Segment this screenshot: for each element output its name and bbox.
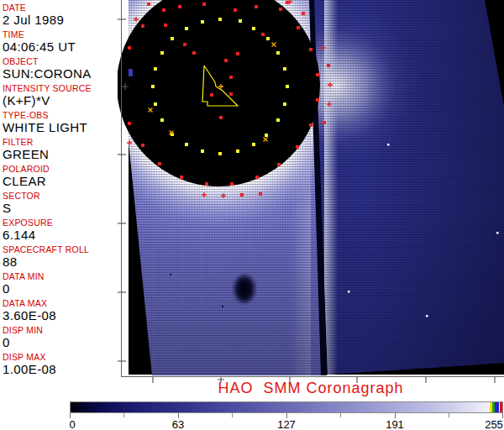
colorbar-label: 0 <box>69 418 75 430</box>
fiducial-red-dot <box>183 43 186 46</box>
meta-value: 88 <box>3 255 126 269</box>
fiducial-yellow-dot <box>286 85 289 88</box>
fiducial-red-dot <box>236 52 239 55</box>
fiducial-red-dot <box>128 122 131 125</box>
fiducial-yellow-dot <box>201 20 204 24</box>
fiducial-yellow-dot <box>160 51 164 55</box>
fiducial-red-dot <box>302 12 305 15</box>
fiducial-red-dot <box>323 121 326 124</box>
meta-item-disp-max: DISP MAX 1.00E-08 <box>3 352 126 379</box>
fiducial-yellow-dot <box>171 37 174 40</box>
fiducial-yellow-dot <box>218 18 222 21</box>
fiducial-yellow-dot <box>239 19 242 23</box>
coronagraph-viewer-window: DATE 2 Jul 1989 TIME 04:06:45 UT OBJECT … <box>0 0 504 430</box>
fiducial-yellow-dot <box>160 118 164 122</box>
fiducial-red-dot <box>234 8 237 12</box>
meta-value: 04:06:45 UT <box>3 40 126 54</box>
fiducial-red-dot <box>309 48 312 51</box>
fiducial-red-dot <box>255 176 259 179</box>
meta-value: GREEN <box>3 148 126 161</box>
fiducial-red-dot <box>178 5 181 8</box>
fiducial-red-dot <box>210 93 213 97</box>
colorbar-tick-minor <box>232 413 233 417</box>
fiducial-yellow-dot <box>185 27 188 30</box>
fiducial-yellow-dot <box>266 37 270 40</box>
meta-item-disp-min: DISP MIN 0 <box>3 325 126 352</box>
fiducial-red-dot <box>309 123 312 127</box>
fiducial-red-dot <box>192 51 196 55</box>
colorbar-tick-minor <box>340 413 341 417</box>
fiducial-red-dot <box>224 59 228 62</box>
star-dot <box>348 291 350 293</box>
meta-item-object: OBJECT SUN:CORONA <box>3 56 126 83</box>
fiducial-red-dot <box>230 182 234 186</box>
meta-value: 2 Jul 1989 <box>3 13 126 27</box>
meta-item-spacecraft-roll: SPACECRAFT ROLL 88 <box>3 244 126 271</box>
meta-label: DATA MIN <box>3 271 126 282</box>
meta-item-data-max: DATA MAX 3.60E-08 <box>3 298 126 325</box>
colorbar-label: 191 <box>386 418 404 430</box>
colorbar <box>70 401 503 413</box>
meta-value: 0 <box>3 336 126 349</box>
fiducial-yellow-dot <box>185 143 188 146</box>
fiducial-red-dot <box>277 163 281 166</box>
dark-speck <box>170 274 171 275</box>
colorbar-tick-minor <box>123 413 124 417</box>
fiducial-red-dot <box>147 3 150 6</box>
meta-value: S <box>3 202 126 215</box>
fiducial-red-dot <box>128 46 131 50</box>
meta-value: 0 <box>3 282 126 296</box>
fiducial-yellow-dot <box>252 27 255 30</box>
colorbar-label: 63 <box>172 418 184 430</box>
fiducial-red-dot <box>164 24 167 27</box>
fiducial-yellow-dot <box>218 152 222 155</box>
meta-item-polaroid: POLAROID CLEAR <box>3 164 126 191</box>
fiducial-yellow-dot <box>252 143 255 146</box>
fiducial-red-dot <box>229 92 233 96</box>
fiducial-red-dot <box>158 162 161 165</box>
film-edge-artifact <box>129 69 133 76</box>
fiducial-yellow-dot <box>154 102 157 106</box>
fiducial-red-dot <box>162 8 165 12</box>
coronagraph-image <box>118 0 504 385</box>
meta-label: SPACECRAFT ROLL <box>3 244 126 255</box>
fiducial-red-dot <box>296 145 299 149</box>
metadata-sidebar: DATE 2 Jul 1989 TIME 04:06:45 UT OBJECT … <box>0 0 126 383</box>
meta-item-time: TIME 04:06:45 UT <box>3 29 126 56</box>
fiducial-red-dot <box>261 33 265 36</box>
meta-label: DISP MIN <box>3 325 126 336</box>
meta-value: CLEAR <box>3 175 126 188</box>
meta-item-date: DATE 2 Jul 1989 <box>3 3 126 29</box>
meta-item-filter: FILTER GREEN <box>3 137 126 164</box>
star-dot <box>496 232 499 234</box>
colorbar-saturation-stripe <box>495 402 499 412</box>
fiducial-yellow-dot <box>276 51 280 55</box>
fiducial-yellow-dot <box>236 149 239 153</box>
colorbar-tick-minor <box>449 413 449 417</box>
fiducial-red-dot <box>141 24 144 28</box>
meta-value: SUN:CORONA <box>3 67 126 81</box>
meta-item-intensity-source: INTENSITY SOURCE (K+F)*V <box>3 83 126 110</box>
fiducial-yellow-dot <box>201 149 204 153</box>
meta-item-exposure: EXPOSURE 6.144 <box>3 218 126 244</box>
page-title: HAO SMM Coronagraph <box>118 380 504 397</box>
fiducial-red-dot <box>202 3 206 6</box>
fiducial-yellow-dot <box>283 67 286 71</box>
meta-label: SECTOR <box>3 191 126 202</box>
colorbar-label: 255 <box>485 418 503 430</box>
fiducial-red-dot <box>255 5 258 8</box>
colorbar-label: 127 <box>277 418 296 430</box>
fiducial-red-dot <box>297 26 300 29</box>
fiducial-red-dot <box>205 182 208 186</box>
fiducial-red-dot <box>327 64 330 67</box>
meta-value: (K+F)*V <box>3 94 126 108</box>
fiducial-red-dot <box>180 176 183 179</box>
colorbar-saturation-stripe <box>500 402 502 412</box>
fiducial-yellow-dot <box>154 67 157 71</box>
meta-item-data-min: DATA MIN 0 <box>3 271 126 298</box>
fiducial-yellow-dot <box>283 102 286 106</box>
fiducial-yellow-dot <box>265 134 268 137</box>
meta-item-sector: SECTOR S <box>3 191 126 218</box>
fiducial-red-dot <box>316 73 319 76</box>
meta-value: 3.60E-08 <box>3 309 126 322</box>
